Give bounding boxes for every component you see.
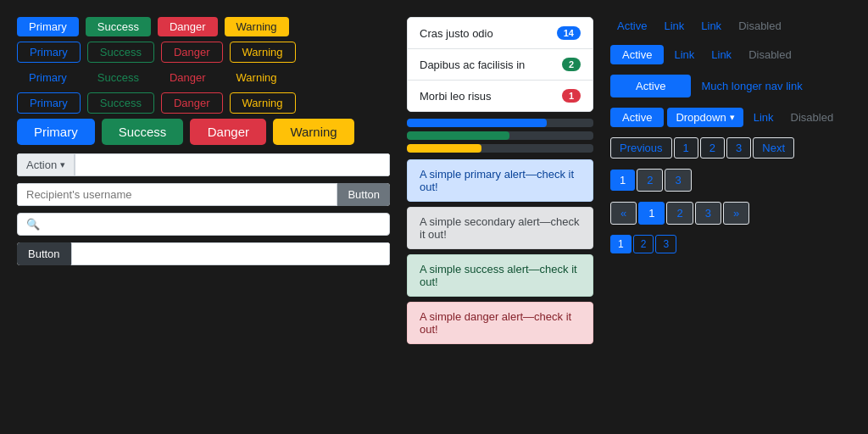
btn-danger-sm[interactable]: Danger <box>158 17 218 36</box>
btn-success-sm[interactable]: Success <box>86 17 151 36</box>
pagination-row-2: 1 2 3 <box>610 169 851 192</box>
nav-row1-link2[interactable]: Link <box>694 17 728 35</box>
recipient-button[interactable]: Button <box>337 183 390 206</box>
progress-bar-3-fill <box>407 144 481 153</box>
nav-row1-disabled: Disabled <box>732 17 788 35</box>
nav-row3-longer[interactable]: Much longer nav link <box>694 77 809 95</box>
input-group-recipient: Button <box>17 183 390 206</box>
nav-row4-dropdown[interactable]: Dropdown ▾ <box>667 108 743 127</box>
list-item-text-3: Morbi leo risus <box>420 90 492 103</box>
nav-row2-active[interactable]: Active <box>610 45 664 64</box>
badge-3: 1 <box>562 89 581 103</box>
nav-row4-link[interactable]: Link <box>747 108 781 126</box>
middle-column: Cras justo odio 14 Dapibus ac facilisis … <box>407 17 593 417</box>
left-column: Primary Success Danger Warning Primary S… <box>17 17 390 417</box>
nav-row-4: Active Dropdown ▾ Link Disabled <box>610 108 851 127</box>
list-item-2: Dapibus ac facilisis in 2 <box>408 49 593 81</box>
list-item-text-2: Dapibus ac facilisis in <box>420 58 525 71</box>
nav-row2-link2[interactable]: Link <box>704 46 738 64</box>
btn-primary-outline2[interactable]: Primary <box>17 92 81 114</box>
btn-row-4: Primary Success Danger Warning <box>17 92 390 114</box>
nav-row4-active[interactable]: Active <box>610 108 664 127</box>
btn-success-ghost[interactable]: Success <box>86 68 151 87</box>
page-3-btn[interactable]: 3 <box>726 137 751 159</box>
page2-3-btn[interactable]: 3 <box>665 169 691 192</box>
progress-section <box>407 119 593 153</box>
list-group: Cras justo odio 14 Dapibus ac facilisis … <box>407 17 593 112</box>
action-label: Action <box>26 159 57 171</box>
page-1-btn[interactable]: 1 <box>674 137 698 159</box>
action-addon: Action ▾ <box>17 153 75 176</box>
list-item-1: Cras justo odio 14 <box>408 18 593 49</box>
page4-3-btn[interactable]: 3 <box>655 235 676 253</box>
page2-1-btn[interactable]: 1 <box>610 170 635 191</box>
list-item-text-1: Cras justo odio <box>420 27 493 40</box>
btn-warning-ghost[interactable]: Warning <box>225 68 289 87</box>
dropdown-arrow-icon: ▾ <box>60 159 65 170</box>
btn-danger-ghost[interactable]: Danger <box>158 68 218 87</box>
nav-row1-link1[interactable]: Link <box>657 17 691 35</box>
nav-row4-disabled: Disabled <box>784 108 841 126</box>
recipient-input[interactable] <box>17 183 337 206</box>
progress-bar-2-wrap <box>407 131 593 140</box>
nav-row3-active[interactable]: Active <box>610 75 691 97</box>
page3-3-btn[interactable]: 3 <box>695 202 721 225</box>
btn-primary-lg[interactable]: Primary <box>17 119 95 145</box>
page3-last-btn[interactable]: » <box>723 202 749 225</box>
pagination-row-1: Previous 1 2 3 Next <box>610 137 851 159</box>
btn-row-3: Primary Success Danger Warning <box>17 68 390 87</box>
btn-danger-lg[interactable]: Danger <box>190 119 266 145</box>
nav-row-3: Active Much longer nav link <box>610 75 851 97</box>
page-next-btn[interactable]: Next <box>753 137 794 159</box>
btn-row-1: Primary Success Danger Warning <box>17 17 390 36</box>
progress-bar-3-wrap <box>407 144 593 153</box>
btn-primary-sm[interactable]: Primary <box>17 17 79 36</box>
pagination-row-3: « 1 2 3 » <box>610 202 851 225</box>
page-prev-btn[interactable]: Previous <box>610 137 672 159</box>
alert-success: A simple success alert—check it out! <box>407 254 593 297</box>
btn-warning-outline[interactable]: Warning <box>230 42 296 63</box>
nav-row-2: Active Link Link Disabled <box>610 45 851 64</box>
btn-warning-lg[interactable]: Warning <box>273 119 353 145</box>
nav-row-1: Active Link Link Disabled <box>610 17 851 35</box>
nav-row1-active[interactable]: Active <box>610 17 654 35</box>
badge-2: 2 <box>562 58 581 71</box>
badge-1: 14 <box>557 26 581 40</box>
input-section: Action ▾ Button 🔍 Button <box>17 153 390 265</box>
page4-2-btn[interactable]: 2 <box>633 235 654 253</box>
alert-primary-text: A simple primary alert—check it out! <box>420 168 574 193</box>
btn-primary-ghost[interactable]: Primary <box>17 68 79 87</box>
action-input[interactable] <box>75 153 390 176</box>
main-container: Primary Success Danger Warning Primary S… <box>0 0 868 434</box>
nav-row4-dropdown-arrow-icon: ▾ <box>730 112 735 123</box>
input-group-button: Button <box>17 242 390 265</box>
nav-row2-link1[interactable]: Link <box>667 46 701 64</box>
list-item-3: Morbi leo risus 1 <box>408 81 593 111</box>
search-input[interactable] <box>45 218 381 231</box>
page3-2-btn[interactable]: 2 <box>666 202 693 225</box>
progress-bar-1-fill <box>407 119 547 127</box>
alert-section: A simple primary alert—check it out! A s… <box>407 159 593 344</box>
page2-2-btn[interactable]: 2 <box>637 169 663 192</box>
btn-warning-sm[interactable]: Warning <box>225 17 289 36</box>
nav-row2-disabled: Disabled <box>742 46 798 64</box>
page3-1-btn[interactable]: 1 <box>638 202 665 225</box>
btn-warning-outline2[interactable]: Warning <box>230 92 296 114</box>
btn-success-lg[interactable]: Success <box>102 119 184 145</box>
btn-row-2: Primary Success Danger Warning <box>17 42 390 63</box>
btn-success-outline2[interactable]: Success <box>87 92 154 114</box>
alert-danger: A simple danger alert—check it out! <box>407 302 593 344</box>
pagination-row-4: 1 2 3 <box>610 235 851 253</box>
page3-first-btn[interactable]: « <box>610 202 637 225</box>
page4-1-btn[interactable]: 1 <box>610 235 632 253</box>
btn-success-outline[interactable]: Success <box>87 42 154 63</box>
button-addon[interactable]: Button <box>17 242 71 265</box>
btn-danger-outline2[interactable]: Danger <box>161 92 223 114</box>
page-2-btn[interactable]: 2 <box>700 137 725 159</box>
button-addon-input[interactable] <box>71 242 390 265</box>
btn-primary-outline[interactable]: Primary <box>17 42 81 63</box>
progress-bar-2-fill <box>407 131 509 140</box>
input-group-action: Action ▾ <box>17 153 390 176</box>
btn-danger-outline[interactable]: Danger <box>161 42 223 63</box>
alert-secondary: A simple secondary alert—check it out! <box>407 207 593 249</box>
